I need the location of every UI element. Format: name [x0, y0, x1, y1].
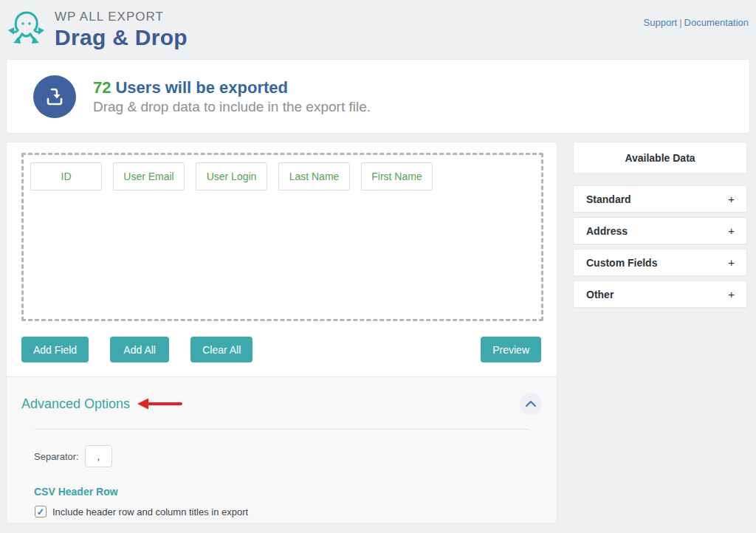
add-all-button[interactable]: Add All: [110, 337, 169, 362]
advanced-options-header: Advanced Options: [21, 377, 542, 415]
brand-block: WP ALL EXPORT Drag & Drop: [55, 6, 188, 50]
top-header: WP ALL EXPORT Drag & Drop Support|Docume…: [0, 0, 756, 59]
field-chip-first-name[interactable]: First Name: [361, 162, 433, 190]
clear-all-button[interactable]: Clear All: [190, 337, 252, 362]
sidebar-item-address[interactable]: Address +: [573, 217, 747, 244]
available-data-categories: Standard + Address + Custom Fields + Oth…: [573, 185, 747, 308]
collapse-section-button[interactable]: [520, 393, 542, 415]
separator-setting: Separator:: [34, 445, 542, 467]
page-title: Drag & Drop: [55, 25, 188, 50]
export-summary-banner: 72Users will be exported Drag & drop dat…: [6, 59, 750, 134]
field-chip-user-email[interactable]: User Email: [113, 162, 185, 190]
export-count-heading: 72Users will be exported: [93, 78, 371, 97]
toolbar: Add Field Add All Clear All Preview: [21, 337, 541, 362]
csv-header-checkbox-row: ✓ Include header row and column titles i…: [35, 506, 542, 517]
csv-header-row-title: CSV Header Row: [34, 486, 542, 498]
export-count: 72: [93, 78, 111, 97]
category-label: Custom Fields: [586, 257, 657, 269]
link-separator: |: [679, 17, 681, 28]
brand-name: WP ALL EXPORT: [55, 6, 188, 24]
chevron-up-icon: [525, 399, 537, 408]
category-label: Standard: [586, 193, 631, 205]
expand-plus-icon[interactable]: +: [728, 193, 735, 205]
sidebar-item-custom-fields[interactable]: Custom Fields +: [573, 249, 747, 276]
field-chip-id[interactable]: ID: [30, 162, 102, 190]
page: WP ALL EXPORT Drag & Drop Support|Docume…: [0, 0, 756, 533]
include-header-checkbox[interactable]: ✓: [35, 506, 47, 517]
field-chip-list: ID User Email User Login Last Name First…: [30, 162, 535, 190]
advanced-options-section: Advanced Options Separator:: [7, 376, 557, 523]
expand-plus-icon[interactable]: +: [728, 288, 735, 300]
support-link[interactable]: Support: [644, 17, 678, 28]
export-builder-panel: ID User Email User Login Last Name First…: [6, 142, 557, 523]
export-heading-text: Users will be exported: [115, 78, 288, 97]
banner-subtitle: Drag & drop data to include in the expor…: [93, 99, 371, 115]
advanced-divider: [34, 429, 529, 430]
documentation-link[interactable]: Documentation: [684, 17, 749, 28]
category-label: Address: [586, 225, 628, 237]
banner-text: 72Users will be exported Drag & drop dat…: [93, 78, 371, 115]
available-data-sidebar: Available Data Standard + Address + Cust…: [573, 142, 747, 523]
include-header-checkbox-label: Include header row and column titles in …: [52, 506, 248, 517]
field-chip-user-login[interactable]: User Login: [196, 162, 267, 190]
annotation-arrow-icon: [137, 398, 183, 410]
download-badge: [33, 75, 76, 118]
sidebar-item-standard[interactable]: Standard +: [573, 185, 747, 213]
category-label: Other: [586, 289, 614, 300]
preview-button[interactable]: Preview: [481, 337, 541, 362]
separator-input[interactable]: [85, 445, 112, 467]
content-row: ID User Email User Login Last Name First…: [6, 142, 747, 523]
field-chip-last-name[interactable]: Last Name: [278, 162, 350, 190]
expand-plus-icon[interactable]: +: [728, 224, 735, 237]
download-icon: [44, 86, 66, 108]
field-dropzone[interactable]: ID User Email User Login Last Name First…: [21, 153, 543, 321]
add-field-button[interactable]: Add Field: [21, 337, 89, 362]
octopus-logo-icon: [6, 6, 47, 47]
available-data-title: Available Data: [573, 142, 747, 173]
advanced-options-title[interactable]: Advanced Options: [21, 396, 130, 412]
separator-label: Separator:: [34, 451, 79, 462]
expand-plus-icon[interactable]: +: [728, 256, 735, 269]
header-links: Support|Documentation: [644, 6, 749, 28]
sidebar-item-other[interactable]: Other +: [573, 281, 747, 308]
